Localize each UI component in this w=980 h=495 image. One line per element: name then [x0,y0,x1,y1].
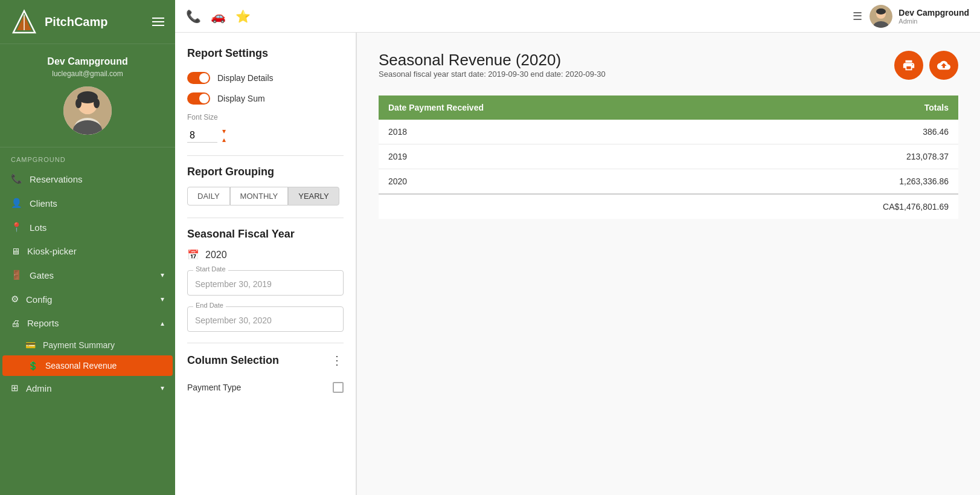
topbar-right: ☰ Dev Campground Admin [853,5,969,28]
sidebar-item-payment-summary[interactable]: 💳 Payment Summary [0,335,175,355]
svg-point-9 [94,99,100,108]
kiosk-icon: 🖥 [11,246,20,256]
end-date-input[interactable] [187,306,344,332]
table-row: 2020 1,263,336.86 [379,169,958,195]
font-size-up-arrow[interactable]: ▴ [222,136,226,143]
topbar: 📞 🚗 ⭐ ☰ Dev Campground Admin [175,0,980,33]
grouping-daily-button[interactable]: DAILY [187,187,230,205]
table-header-totals: Totals [711,95,958,120]
config-icon: ⚙ [11,294,19,305]
seasonal-icon: 💲 [28,361,38,370]
topbar-icons: 📞 🚗 ⭐ [186,9,843,24]
print-button[interactable] [894,51,923,80]
upload-icon [937,59,950,72]
font-size-input[interactable] [187,129,217,143]
display-details-toggle[interactable] [187,72,210,84]
sidebar-profile: Dev Campground luclegault@gmail.com [0,44,175,147]
display-details-label: Display Details [217,73,274,83]
phone-topbar-icon[interactable]: 📞 [186,9,201,24]
avatar [63,86,112,135]
sidebar-item-label: Admin [26,383,52,393]
dots-menu-icon[interactable]: ⋮ [331,353,344,367]
report-panel: Seasonal Revenue (2020) Seasonal fiscal … [357,33,980,495]
fiscal-year-title: Seasonal Fiscal Year [187,228,344,241]
upload-button[interactable] [929,51,958,80]
report-subtitle: Seasonal fiscal year start date: 2019-09… [379,70,606,79]
topbar-user: Dev Campground Admin [870,5,969,28]
phone-icon: 📞 [11,173,22,184]
profile-email: luclegault@gmail.com [52,70,123,78]
report-header: Seasonal Revenue (2020) Seasonal fiscal … [379,51,958,89]
sidebar-item-label: Reservations [30,174,83,184]
person-icon: 👤 [11,198,22,209]
sidebar-item-gates[interactable]: 🚪 Gates ▾ [0,263,175,287]
display-sum-label: Display Sum [217,94,265,103]
sidebar-item-label: Clients [30,198,57,209]
sidebar: PitchCamp Dev Campground luclegault@gmai… [0,0,175,495]
sidebar-item-label: Gates [30,270,54,280]
sidebar-item-admin[interactable]: ⊞ Admin ▾ [0,376,175,400]
gates-icon: 🚪 [11,270,22,280]
column-selection-header: Column Selection ⋮ [187,353,344,367]
table-cell-total: 1,263,336.86 [711,169,958,195]
font-size-row: ▾ ▴ [187,128,344,143]
table-row: 2019 213,078.37 [379,144,958,169]
hamburger-button[interactable] [152,18,164,26]
report-title: Seasonal Revenue (2020) [379,51,606,70]
sidebar-item-reports[interactable]: 🖨 Reports ▴ [0,311,175,335]
chevron-down-icon: ▾ [161,271,164,279]
table-cell-total: 213,078.37 [711,144,958,169]
admin-icon: ⊞ [11,383,19,393]
start-date-field: Start Date [187,270,344,296]
sidebar-item-label: Lots [30,222,46,233]
sidebar-item-lots[interactable]: 📍 Lots [0,215,175,239]
report-table: Date Payment Received Totals 2018 386.46… [379,95,958,219]
car-topbar-icon[interactable]: 🚗 [211,9,226,24]
grand-total-value: CA$1,476,801.69 [711,194,958,219]
chevron-down-icon: ▾ [161,384,164,392]
grouping-yearly-button[interactable]: YEARLY [288,187,339,205]
svg-point-13 [876,8,886,15]
display-details-row: Display Details [187,72,344,84]
sidebar-item-kiosk-picker[interactable]: 🖥 Kiosk-picker [0,239,175,263]
location-icon: 📍 [11,222,22,233]
sidebar-item-seasonal-revenue[interactable]: 💲 Seasonal Revenue [2,355,173,376]
reports-icon: 🖨 [11,318,20,328]
payment-type-checkbox[interactable] [333,382,344,393]
sidebar-item-label: Config [26,294,52,305]
report-settings-title: Report Settings [187,47,344,60]
settings-panel: Report Settings Display Details Display … [175,33,356,495]
sidebar-item-clients[interactable]: 👤 Clients [0,191,175,215]
font-size-down-arrow[interactable]: ▾ [222,128,226,135]
report-actions [894,51,958,80]
pitchcamp-logo [11,8,37,35]
start-date-input[interactable] [187,270,344,296]
topbar-user-info: Dev Campground Admin [898,8,969,25]
grand-total-label [379,194,711,219]
table-cell-date: 2020 [379,169,711,195]
app-title: PitchCamp [45,15,107,29]
star-topbar-icon[interactable]: ⭐ [235,9,251,24]
sidebar-item-config[interactable]: ⚙ Config ▾ [0,287,175,311]
profile-name: Dev Campground [47,56,127,67]
payment-type-label: Payment Type [187,383,241,392]
table-cell-date: 2018 [379,120,711,144]
display-sum-toggle[interactable] [187,92,210,105]
chevron-up-icon: ▴ [161,319,164,328]
fiscal-year-row: 📅 2020 [187,249,344,260]
list-icon[interactable]: ☰ [853,10,862,23]
grouping-monthly-button[interactable]: MONTHLY [230,187,289,205]
sidebar-item-reservations[interactable]: 📞 Reservations [0,167,175,191]
start-date-label: Start Date [193,265,228,273]
sidebar-item-label: Kiosk-picker [27,246,77,256]
topbar-role: Admin [898,18,969,25]
print-icon [902,59,915,72]
report-grouping-title: Report Grouping [187,166,344,178]
report-title-section: Seasonal Revenue (2020) Seasonal fiscal … [379,51,606,89]
content-area: Report Settings Display Details Display … [175,33,980,495]
end-date-field: End Date [187,306,344,332]
display-sum-row: Display Sum [187,92,344,105]
payment-icon: 💳 [25,340,36,350]
grouping-buttons: DAILY MONTHLY YEARLY [187,187,344,205]
column-selection-title: Column Selection [187,354,279,367]
